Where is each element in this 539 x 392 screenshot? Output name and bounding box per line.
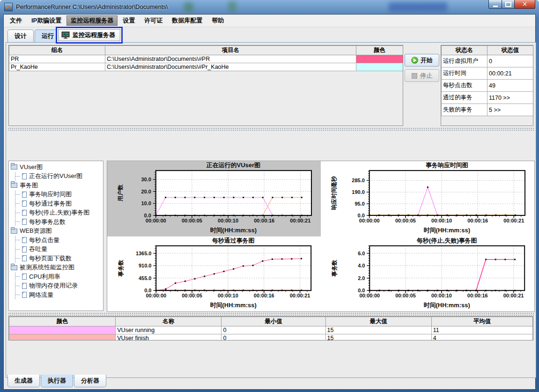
- svg-text:00:00:21: 00:00:21: [290, 293, 310, 298]
- tree-connector: [15, 208, 21, 217]
- tree-item-每秒点击量[interactable]: 每秒点击量: [15, 236, 103, 245]
- status-value-cell[interactable]: 1170 >>: [487, 92, 533, 104]
- tree-folder-label: WEB资源图: [20, 227, 52, 235]
- stop-button[interactable]: 停止: [405, 69, 439, 82]
- svg-text:每秒通过事务图: 每秒通过事务图: [212, 237, 254, 244]
- groups-table: 组名项目名颜色PRC:\Users\Administrator\Document…: [8, 45, 403, 126]
- chart-panel-2[interactable]: 事务响应时间图00:00:0000:00:0500:00:1000:00:160…: [321, 161, 534, 237]
- svg-text:00:00:05: 00:00:05: [395, 293, 416, 298]
- groups-header: 组名: [9, 46, 105, 55]
- maximize-icon: [505, 2, 511, 7]
- minimize-button[interactable]: [488, 0, 502, 9]
- document-icon: [22, 219, 27, 225]
- svg-text:正在运行的VUser图: 正在运行的VUser图: [206, 162, 260, 169]
- svg-text:0.0: 0.0: [358, 213, 365, 218]
- svg-text:00:00:10: 00:00:10: [431, 218, 452, 223]
- close-button[interactable]: ✕: [514, 0, 535, 9]
- chart-tree-panel: VUser图正在运行的VUser图事务图事务响应时间图每秒通过事务图每秒(停止,…: [8, 161, 103, 311]
- color-swatch: [356, 55, 403, 63]
- tree-item-网络流量[interactable]: 网络流量: [15, 290, 103, 300]
- group-row[interactable]: PRC:\Users\Administrator\Documents\#PR: [9, 55, 403, 63]
- tree-item-每秒页面下载数[interactable]: 每秒页面下载数: [15, 254, 103, 263]
- maximize-button[interactable]: [502, 0, 515, 9]
- summary-header: 平均值: [431, 317, 532, 326]
- main-panel: 组名项目名颜色PRC:\Users\Administrator\Document…: [6, 42, 536, 378]
- status-name-cell: 运行时间: [442, 67, 487, 80]
- tree-folder-VUser图[interactable]: VUser图: [11, 163, 103, 172]
- menu-item-5[interactable]: 许可证: [140, 15, 167, 26]
- summary-row[interactable]: VUser running01511: [9, 326, 533, 334]
- menu-item-6[interactable]: 数据库配置: [168, 15, 207, 26]
- min-value-cell: 0: [222, 334, 325, 341]
- tree-folder-label: 事务图: [20, 181, 38, 190]
- groups-header: 颜色: [356, 46, 403, 55]
- svg-text:时间(HH:mm:ss): 时间(HH:mm:ss): [210, 227, 257, 234]
- menu-dropdown-item-monitor-remote-server[interactable]: 监控远程服务器: [58, 29, 120, 41]
- svg-text:455.0: 455.0: [139, 275, 151, 281]
- chart-panel-1[interactable]: 正在运行的VUser图00:00:0000:00:0500:00:1000:00…: [107, 161, 321, 237]
- bottom-tab-bar: 生成器执行器分析器: [7, 375, 107, 387]
- background-blur: [184, 2, 193, 12]
- annotation-rectangle: 监控远程服务器: [56, 27, 123, 44]
- tree-folder-被测系统性能监控图[interactable]: 被测系统性能监控图: [11, 263, 103, 273]
- tree-item-label: 每秒通过事务图: [29, 200, 72, 208]
- status-row: 运行虚拟用户0: [442, 55, 533, 67]
- status-name-cell: 每秒点击数: [442, 80, 487, 92]
- mode-tab-2[interactable]: 执行器: [41, 375, 73, 387]
- chart-panel-3[interactable]: 每秒通过事务图00:00:0000:00:0500:00:1000:00:160…: [107, 237, 321, 311]
- tree-item-正在运行的VUser图[interactable]: 正在运行的VUser图: [15, 172, 103, 181]
- folder-icon: [11, 229, 17, 234]
- svg-text:00:00:00: 00:00:00: [146, 218, 166, 223]
- status-name-cell: 运行虚拟用户: [442, 55, 487, 67]
- top-tab-bar: 设计运行: [7, 30, 62, 42]
- svg-text:响应时间毫秒: 响应时间毫秒: [331, 176, 337, 210]
- tree-folder-WEB资源图[interactable]: WEB资源图: [11, 227, 103, 236]
- stop-icon: [412, 73, 417, 79]
- document-icon: [22, 246, 27, 252]
- tree-item-CPU利用率[interactable]: CPU利用率: [15, 272, 103, 281]
- start-button[interactable]: 开始: [405, 54, 439, 67]
- tree-item-吞吐量[interactable]: 吞吐量: [15, 245, 103, 254]
- tree-item-事务响应时间图[interactable]: 事务响应时间图: [15, 190, 103, 200]
- tree-folder-label: VUser图: [20, 163, 43, 171]
- svg-text:6.0: 6.0: [358, 251, 365, 256]
- menu-dropdown-label: 监控远程服务器: [73, 31, 115, 39]
- svg-text:00:00:16: 00:00:16: [254, 293, 274, 298]
- tree-item-label: 事务响应时间图: [29, 190, 72, 199]
- tree-item-每秒事务总数[interactable]: 每秒事务总数: [15, 217, 103, 227]
- title-bar[interactable]: PerformanceRunner C:\Users\Administrator…: [0, 0, 539, 14]
- tree-item-每秒(停止,失败)事务图[interactable]: 每秒(停止,失败)事务图: [15, 208, 103, 218]
- menu-item-7[interactable]: 帮助: [207, 15, 228, 26]
- series-color-swatch: [9, 334, 116, 341]
- menu-item-2[interactable]: IP欺骗设置: [27, 15, 66, 26]
- status-name-cell: 失败的事务: [442, 104, 487, 116]
- series-color-swatch: [9, 326, 116, 334]
- tree-item-物理内存使用记录[interactable]: 物理内存使用记录: [15, 281, 103, 291]
- client-area: 文件IP欺骗设置监控远程服务器设置许可证数据库配置帮助 设计运行 监控远程服务器…: [3, 14, 536, 390]
- mode-tab-1[interactable]: 生成器: [7, 375, 40, 387]
- svg-text:00:00:10: 00:00:10: [431, 293, 452, 298]
- mode-tab-3[interactable]: 分析器: [74, 375, 106, 387]
- tree-folder-label: 被测系统性能监控图: [20, 263, 74, 272]
- status-value-cell: 00:00:21: [487, 67, 533, 80]
- horizontal-splitter[interactable]: [8, 127, 534, 131]
- summary-header: 名称: [116, 317, 222, 326]
- tree-folder-事务图[interactable]: 事务图: [11, 181, 103, 190]
- menu-item-1[interactable]: 文件: [6, 15, 26, 26]
- tab-1[interactable]: 设计: [7, 30, 34, 42]
- horizontal-splitter[interactable]: [8, 312, 534, 316]
- tree-item-label: 网络流量: [29, 291, 53, 299]
- stop-button-label: 停止: [420, 72, 432, 80]
- tree-item-每秒通过事务图[interactable]: 每秒通过事务图: [15, 199, 103, 208]
- document-icon: [22, 255, 27, 261]
- chart-panel-4[interactable]: 每秒(停止,失败)事务图00:00:0000:00:0500:00:1000:0…: [321, 237, 534, 311]
- project-name-cell: C:\Users\Administrator\Documents\#Pr_Kao…: [105, 63, 356, 71]
- menu-item-3[interactable]: 监控远程服务器: [66, 15, 118, 26]
- svg-text:20.0: 20.0: [141, 189, 151, 194]
- folder-icon: [11, 164, 17, 170]
- summary-row[interactable]: VUser finish0154: [9, 334, 533, 341]
- status-value-cell[interactable]: 5 >>: [487, 104, 533, 116]
- svg-text:00:00:05: 00:00:05: [395, 218, 416, 223]
- group-row[interactable]: Pr_KaoHeC:\Users\Administrator\Documents…: [9, 63, 403, 71]
- menu-item-4[interactable]: 设置: [118, 15, 139, 26]
